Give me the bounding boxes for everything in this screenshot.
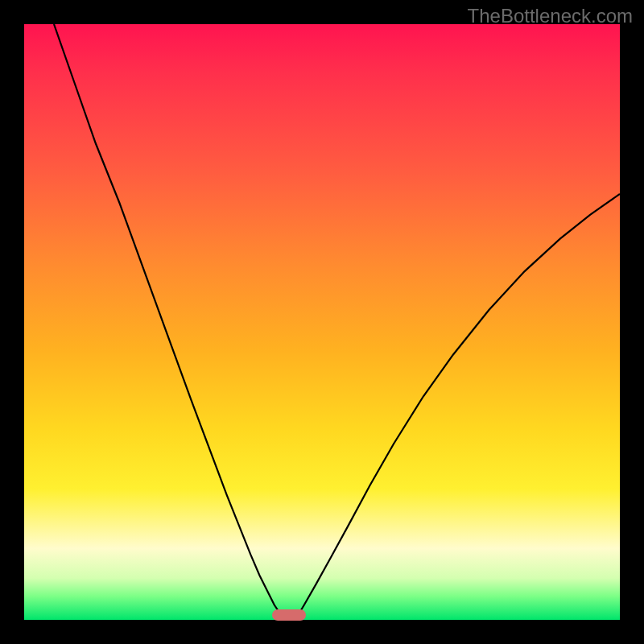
bottleneck-marker <box>272 609 306 621</box>
left-curve-path <box>54 24 285 620</box>
right-curve-path <box>295 194 620 620</box>
chart-frame: TheBottleneck.com <box>0 0 644 644</box>
plot-area <box>24 24 620 620</box>
curve-layer <box>24 24 620 620</box>
